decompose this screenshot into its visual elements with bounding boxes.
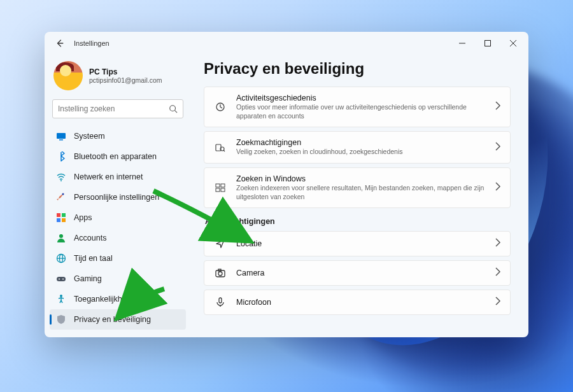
apps-icon [56,213,66,223]
svg-rect-18 [57,277,66,281]
nav-list: SysteemBluetooth en apparatenNetwerk en … [50,126,186,332]
svg-rect-10 [57,213,60,217]
sidebar-item-access[interactable]: Toegankelijkheid [50,289,186,309]
searchwin-icon [213,183,227,193]
card-activity[interactable]: Activiteitsgeschiedenis Opties voor meer… [204,87,511,127]
svg-rect-27 [221,184,225,187]
sidebar-item-label: Gaming [74,274,102,283]
globe-icon [56,253,66,263]
chevron-right-icon [495,297,501,308]
sidebar-item-time[interactable]: Tijd en taal [50,248,186,269]
sidebar-item-label: Persoonlijke instellingen [74,193,159,202]
svg-rect-29 [221,188,225,192]
window-controls [449,34,526,53]
sidebar-item-system[interactable]: Systeem [50,126,186,146]
access-icon [56,294,66,304]
svg-point-8 [60,180,62,181]
chevron-right-icon [495,267,501,279]
settings-window: Instellingen PC Tips pctipsinfo01@gmail.… [45,32,528,337]
svg-rect-6 [57,133,66,139]
sidebar-item-label: Apps [74,213,92,222]
sidebar-item-bluetooth[interactable]: Bluetooth en apparaten [50,146,186,167]
bluetooth-icon [56,151,66,162]
sidebar-item-label: Tijd en taal [74,254,113,263]
profile-email: pctipsinfo01@gmail.com [89,76,162,84]
svg-line-5 [175,111,178,113]
camera-icon [213,268,227,278]
display-icon [56,131,66,141]
search-box[interactable] [52,99,183,118]
titlebar: Instellingen [45,32,528,55]
card-subtitle: Veilig zoeken, zoeken in cloudinhoud, zo… [236,148,486,157]
card-title: Locatie [236,239,486,248]
back-arrow-icon [55,39,64,48]
sidebar-item-label: Systeem [74,132,105,141]
chevron-right-icon [495,101,501,113]
card-title: Camera [236,269,486,277]
minimize-icon [459,40,465,46]
svg-rect-1 [485,41,491,46]
maximize-button[interactable] [475,34,500,53]
sidebar-item-accounts[interactable]: Accounts [50,228,186,248]
card-searchwin[interactable]: Zoeken in Windows Zoeken indexeren voor … [204,167,511,208]
card-title: Zoeken in Windows [236,174,486,183]
card-mic[interactable]: Microfoon [204,290,511,315]
gamepad-icon [56,274,66,284]
search-icon [169,104,178,113]
svg-rect-7 [59,139,63,141]
svg-rect-12 [57,218,60,222]
card-subtitle: Zoeken indexeren voor snellere resultate… [236,184,486,201]
sidebar-item-label: Privacy en beveiliging [74,315,151,324]
sidebar-item-label: Netwerk en internet [74,172,143,181]
minimize-button[interactable] [449,34,475,53]
svg-point-4 [170,106,176,111]
window-title: Instellingen [74,39,110,47]
svg-point-14 [59,234,63,238]
sidebar-item-network[interactable]: Netwerk en internet [50,167,186,187]
sidebar-item-privacy[interactable]: Privacy en beveiliging [50,309,186,330]
close-icon [510,40,516,46]
back-button[interactable] [53,37,66,50]
svg-point-20 [59,279,60,280]
svg-point-21 [60,295,62,297]
svg-point-9 [62,193,64,195]
mic-icon [213,297,227,307]
card-subtitle: Opties voor meer informatie over uw acti… [236,103,486,120]
sidebar-item-apps[interactable]: Apps [50,207,186,228]
card-title: Microfoon [236,298,486,307]
sidebar-item-label: Toegankelijkheid [74,295,132,304]
chevron-right-icon [495,142,501,153]
card-title: Zoekmachtigingen [236,138,486,147]
svg-rect-13 [62,218,66,222]
brush-icon [56,192,66,202]
wifi-icon [56,172,66,182]
sidebar-item-personal[interactable]: Persoonlijke instellingen [50,187,186,207]
searchperm-icon [213,143,227,153]
search-input[interactable] [58,104,169,113]
person-icon [56,233,66,243]
close-button[interactable] [500,34,526,53]
svg-rect-28 [216,188,220,192]
card-location[interactable]: Locatie [204,231,511,256]
profile-block[interactable]: PC Tips pctipsinfo01@gmail.com [50,57,186,99]
chevron-right-icon [495,238,501,249]
main-content: Privacy en beveiliging Activiteitsgeschi… [191,55,528,337]
avatar [53,61,83,90]
card-camera[interactable]: Camera [204,260,511,286]
section-app-permissions: App-machtigingen [205,217,511,226]
svg-point-19 [62,279,64,280]
sidebar: PC Tips pctipsinfo01@gmail.com SysteemBl… [45,55,191,337]
sidebar-item-gaming[interactable]: Gaming [50,269,186,289]
card-title: Activiteitsgeschiedenis [236,94,486,102]
history-icon [213,102,227,112]
svg-rect-26 [216,184,220,187]
sidebar-item-label: Bluetooth en apparaten [74,152,157,161]
location-icon [213,239,227,249]
svg-point-31 [218,272,222,276]
sidebar-item-label: Accounts [74,234,106,242]
page-title: Privacy en beveiliging [204,60,511,78]
shield-icon [56,314,66,325]
profile-name: PC Tips [89,67,162,76]
maximize-icon [485,40,491,46]
card-searchperm[interactable]: Zoekmachtigingen Veilig zoeken, zoeken i… [204,131,511,164]
